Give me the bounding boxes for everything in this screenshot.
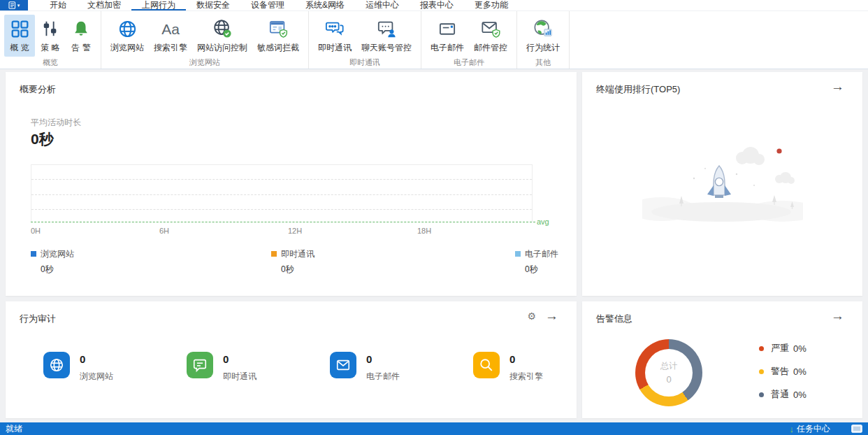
x-tick: 6H	[159, 227, 169, 235]
legend-dot	[759, 392, 764, 397]
ribbon-item-website-access-control[interactable]: 网站访问控制	[192, 15, 252, 57]
ribbon-item-overview[interactable]: 概 览	[4, 15, 35, 57]
legend-value: 0秒	[41, 264, 74, 276]
arrow-right-icon[interactable]: →	[545, 308, 558, 324]
alert-legend-critical[interactable]: 严重 0%	[759, 342, 806, 355]
alert-legend-normal[interactable]: 普通 0%	[759, 388, 806, 401]
legend-label: 警告	[771, 365, 789, 378]
sliders-icon	[41, 18, 59, 39]
alert-legend-warning[interactable]: 警告 0%	[759, 365, 806, 378]
activity-line-chart	[31, 164, 533, 222]
audit-label: 电子邮件	[366, 371, 400, 383]
x-tick: 18H	[417, 227, 431, 235]
legend-item-browse[interactable]: 浏览网站 0秒	[31, 248, 74, 276]
audit-value: 0	[366, 353, 400, 365]
ribbon-item-chat-account-control[interactable]: 聊天账号管控	[356, 15, 417, 57]
legend-label: 普通	[771, 388, 789, 401]
legend-swatch	[31, 251, 36, 257]
task-center-button[interactable]: ↓ 任务中心	[790, 423, 831, 435]
ribbon-group-label: 即时通讯	[313, 57, 417, 71]
tab-system-network[interactable]: 系统&网络	[295, 0, 355, 10]
tab-more-features[interactable]: 更多功能	[464, 0, 519, 10]
audit-item-search[interactable]: 0 搜索引擎	[473, 352, 543, 383]
app-menu-button[interactable]: ▾	[0, 0, 28, 10]
tab-ops-center[interactable]: 运维中心	[355, 0, 410, 10]
gridline	[31, 179, 532, 180]
task-center-label: 任务中心	[797, 423, 830, 435]
x-tick: 0H	[31, 227, 41, 235]
mail-icon	[438, 18, 457, 39]
ribbon-item-search-engine[interactable]: Aa 搜索引擎	[149, 15, 192, 57]
ribbon-item-label: 浏览网站	[110, 42, 144, 54]
ribbon-item-mail-control[interactable]: 邮件管控	[469, 15, 512, 57]
audit-label: 搜索引擎	[509, 371, 543, 383]
legend-label: 浏览网站	[41, 249, 74, 259]
tab-doc-encryption[interactable]: 文档加密	[77, 0, 131, 10]
avg-line-label: avg	[537, 218, 549, 226]
statusbar: 就绪 ↓ 任务中心	[0, 422, 868, 435]
tab-device-management[interactable]: 设备管理	[240, 0, 295, 10]
ribbon-item-instant-messaging[interactable]: 即时通讯	[313, 15, 356, 57]
mail-shield-icon	[481, 18, 500, 39]
arrow-right-icon[interactable]: →	[831, 308, 844, 324]
chat-icon	[187, 352, 213, 378]
alert-card: 告警信息 → 总计 0 严重 0% 警告 0% 普通 0%	[582, 301, 862, 418]
bell-icon	[72, 18, 90, 39]
mail-icon	[330, 352, 356, 378]
donut-total-value: 0	[635, 374, 702, 385]
ribbon-item-email[interactable]: 电子邮件	[426, 15, 469, 57]
summary-card: 概要分析 平均活动时长 0秒 avg 0H 6H 12H 18H 浏览网站 0秒	[6, 72, 577, 296]
tab-report-center[interactable]: 报表中心	[410, 0, 464, 10]
ribbon-item-label: 聊天账号管控	[361, 42, 412, 54]
ribbon-item-label: 敏感词拦截	[257, 42, 299, 54]
empty-state-illustration	[642, 142, 803, 225]
ribbon-item-behavior-statistics[interactable]: 行为统计	[521, 15, 565, 57]
download-arrow-icon: ↓	[790, 425, 795, 434]
audit-item-im[interactable]: 0 即时通讯	[187, 352, 256, 383]
audit-item-browse[interactable]: 0 浏览网站	[43, 352, 113, 383]
audit-item-email[interactable]: 0 电子邮件	[330, 352, 400, 383]
tab-start[interactable]: 开始	[39, 0, 77, 10]
window-shield-icon	[268, 18, 288, 39]
ribbon-item-label: 搜索引擎	[154, 42, 187, 54]
menu-tabs: 开始 文档加密 上网行为 数据安全 设备管理 系统&网络 运维中心 报表中心 更…	[39, 0, 519, 10]
ribbon-item-browse-website[interactable]: 浏览网站	[106, 15, 149, 57]
monitor-icon[interactable]	[851, 425, 862, 433]
gear-icon[interactable]: ⚙	[527, 311, 536, 322]
legend-value: 0秒	[281, 264, 314, 276]
ribbon-item-sensitive-word-block[interactable]: 敏感词拦截	[252, 15, 304, 57]
arrow-right-icon[interactable]: →	[831, 79, 844, 94]
ranking-card-title: 终端使用排行(TOP5)	[596, 83, 680, 96]
ribbon-item-label: 即时通讯	[318, 42, 352, 54]
ribbon-item-policy[interactable]: 策 略	[35, 15, 66, 57]
ribbon-group-email: 电子邮件 邮件管控 电子邮件	[421, 11, 517, 69]
ribbon-item-alert[interactable]: 告 警	[66, 15, 96, 57]
legend-swatch	[271, 251, 277, 257]
ribbon-group-other: 行为统计 其他	[517, 11, 570, 69]
avg-activity-value: 0秒	[31, 129, 54, 149]
ribbon-group-label: 概览	[4, 57, 96, 71]
legend-dot	[759, 369, 764, 374]
status-text: 就绪	[6, 423, 22, 435]
audit-value: 0	[80, 353, 113, 365]
legend-value: 0%	[793, 343, 806, 354]
ribbon-item-label: 策 略	[41, 42, 59, 54]
donut-center-text: 总计 0	[635, 360, 702, 385]
tab-data-security[interactable]: 数据安全	[186, 0, 240, 10]
audit-card: 行为审计 ⚙ → 0 浏览网站 0 即时通讯	[6, 301, 577, 418]
ribbon-item-label: 电子邮件	[431, 42, 464, 54]
legend-item-im[interactable]: 即时通讯 0秒	[271, 248, 314, 276]
ribbon-group-im: 即时通讯 聊天账号管控 即时通讯	[309, 11, 421, 69]
ribbon-item-label: 告 警	[71, 42, 90, 54]
legend-label: 电子邮件	[525, 249, 558, 259]
legend-value: 0%	[793, 366, 806, 377]
legend-value: 0秒	[525, 264, 558, 276]
tab-internet-behavior[interactable]: 上网行为	[131, 0, 186, 10]
audit-label: 浏览网站	[80, 371, 113, 383]
legend-item-email[interactable]: 电子邮件 0秒	[515, 248, 558, 276]
aa-icon: Aa	[161, 22, 180, 36]
avg-activity-label: 平均活动时长	[31, 117, 81, 129]
globe-chart-icon	[533, 18, 553, 39]
ribbon-item-label: 行为统计	[526, 42, 560, 54]
legend-dot	[759, 346, 764, 351]
